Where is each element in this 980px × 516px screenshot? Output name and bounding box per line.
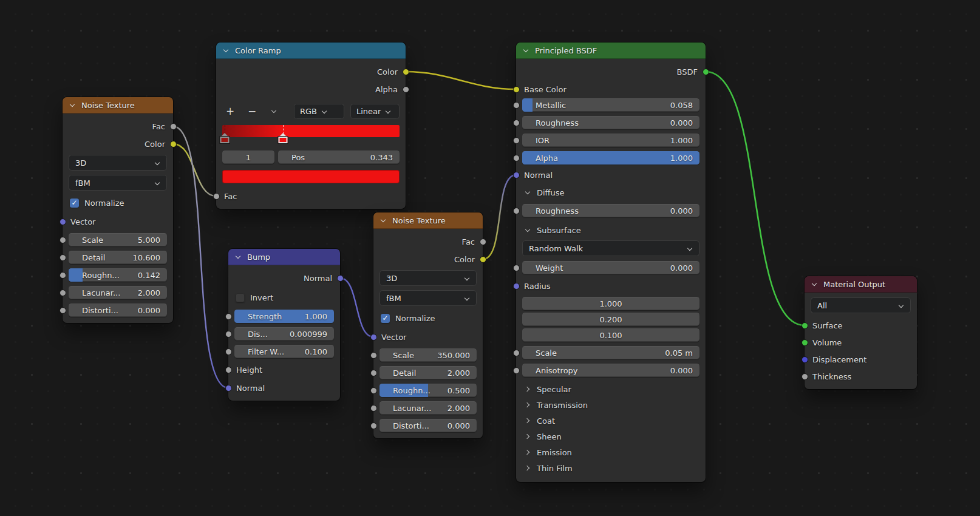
radius-x-field[interactable]: 1.000 — [522, 297, 699, 310]
collapse-chevron-icon[interactable] — [223, 48, 229, 53]
socket-alpha-output[interactable] — [403, 86, 409, 93]
dimensions-dropdown[interactable]: 3D — [69, 155, 167, 171]
collapse-chevron-icon[interactable] — [381, 218, 386, 223]
alpha-slider[interactable]: Alpha 1.000 — [522, 151, 699, 165]
subsurface-weight-slider[interactable]: Weight 0.000 — [522, 261, 699, 274]
socket-surface-input[interactable] — [801, 322, 808, 329]
socket-ior-input[interactable] — [513, 137, 520, 144]
node-editor-canvas[interactable]: Noise Texture Fac Color 3D fBM ✓ Normali… — [0, 0, 980, 516]
gradient-stop-handle-1-selected[interactable] — [278, 133, 288, 143]
interpolation-dropdown[interactable]: Linear — [350, 104, 400, 119]
roughness-slider[interactable]: Roughn... 0.142 — [69, 268, 167, 282]
checkbox-checked[interactable]: ✓ — [381, 314, 390, 323]
node-header[interactable]: Color Ramp — [216, 42, 406, 59]
metallic-slider[interactable]: Metallic 0.058 — [522, 98, 699, 112]
stop-position-field[interactable]: Pos 0.343 — [278, 151, 400, 164]
colorramp-gradient[interactable] — [222, 125, 400, 144]
socket-strength-input[interactable] — [225, 313, 232, 320]
socket-diffuse-roughness-input[interactable] — [513, 208, 520, 214]
radius-z-field[interactable]: 0.100 — [522, 328, 699, 342]
node-bump[interactable]: Bump Normal Invert Strength 1.000 Dis...… — [228, 249, 340, 401]
socket-roughness-input[interactable] — [60, 272, 66, 279]
add-stop-button[interactable]: + — [222, 104, 238, 118]
subsurface-scale-slider[interactable]: Scale 0.05 m — [522, 346, 699, 359]
node-header[interactable]: Principled BSDF — [516, 42, 706, 59]
checkbox-checked[interactable]: ✓ — [70, 199, 79, 208]
socket-roughness-input[interactable] — [370, 387, 377, 394]
node-principled-bsdf[interactable]: Principled BSDF BSDF Base Color Metallic… — [516, 42, 706, 482]
socket-lacunarity-input[interactable] — [370, 405, 377, 412]
diffuse-roughness-slider[interactable]: Roughness 0.000 — [522, 204, 699, 217]
gradient-stop-handle-0[interactable] — [220, 133, 230, 143]
distortion-slider[interactable]: Distorti... 0.000 — [379, 419, 477, 432]
socket-normal-output[interactable] — [337, 275, 344, 282]
socket-normal-input[interactable] — [513, 172, 520, 178]
noise-type-dropdown[interactable]: fBM — [69, 175, 167, 191]
socket-normal-input[interactable] — [225, 385, 232, 392]
node-noise-texture-1[interactable]: Noise Texture Fac Color 3D fBM ✓ Normali… — [63, 97, 173, 323]
socket-thickness-input[interactable] — [801, 373, 808, 380]
section-diffuse[interactable]: Diffuse — [516, 185, 706, 200]
ior-slider[interactable]: IOR 1.000 — [522, 134, 699, 147]
socket-distance-input[interactable] — [225, 331, 232, 338]
collapse-chevron-icon[interactable] — [236, 254, 241, 260]
socket-lacunarity-input[interactable] — [60, 290, 66, 296]
socket-detail-input[interactable] — [370, 370, 377, 376]
socket-radius-input[interactable] — [513, 283, 520, 290]
socket-filter-width-input[interactable] — [225, 348, 232, 355]
socket-subsurface-weight-input[interactable] — [513, 265, 520, 271]
scale-slider[interactable]: Scale 350.000 — [379, 348, 477, 362]
socket-fac-output[interactable] — [170, 123, 177, 130]
lacunarity-slider[interactable]: Lacunar... 2.000 — [379, 401, 477, 415]
node-noise-texture-2[interactable]: Noise Texture Fac Color 3D fBM ✓ Normali… — [373, 212, 483, 438]
node-color-ramp[interactable]: Color Ramp Color Alpha + − RGB Linear — [216, 42, 406, 209]
socket-vector-input[interactable] — [60, 219, 66, 225]
node-header[interactable]: Noise Texture — [373, 212, 483, 229]
wire-bump-normal-to-noise2-vector[interactable] — [340, 278, 373, 337]
section-specular[interactable]: Specular — [516, 381, 706, 397]
socket-color-output[interactable] — [403, 69, 409, 75]
node-header[interactable]: Noise Texture — [63, 97, 173, 114]
distance-slider[interactable]: Dis... 0.000999 — [234, 327, 334, 341]
socket-scale-input[interactable] — [60, 237, 66, 243]
collapse-chevron-icon[interactable] — [523, 48, 529, 53]
scale-slider[interactable]: Scale 5.000 — [69, 233, 167, 246]
distortion-slider[interactable]: Distorti... 0.000 — [69, 304, 167, 317]
remove-stop-button[interactable]: − — [244, 104, 260, 118]
socket-volume-input[interactable] — [801, 339, 808, 346]
target-dropdown[interactable]: All — [811, 297, 911, 313]
section-thin-film[interactable]: Thin Film — [516, 460, 706, 476]
node-material-output[interactable]: Material Output All Surface Volume Displ… — [805, 276, 917, 389]
roughness-slider[interactable]: Roughn... 0.500 — [379, 384, 477, 397]
socket-height-input[interactable] — [225, 367, 232, 373]
node-header[interactable]: Material Output — [805, 276, 917, 293]
socket-detail-input[interactable] — [60, 254, 66, 261]
noise-type-dropdown[interactable]: fBM — [379, 290, 477, 306]
checkbox-unchecked[interactable] — [236, 293, 245, 302]
node-header[interactable]: Bump — [228, 249, 340, 265]
socket-color-output[interactable] — [170, 141, 177, 148]
wire-noise1-color-to-colorramp-fac[interactable] — [173, 144, 216, 196]
socket-alpha-input[interactable] — [513, 155, 520, 161]
wire-noise2-color-to-bsdf-normal[interactable] — [483, 175, 516, 259]
socket-distortion-input[interactable] — [60, 307, 66, 314]
wire-bsdf-to-output-surface[interactable] — [706, 72, 805, 325]
gradient-bar[interactable] — [222, 125, 400, 137]
wire-colorramp-color-to-bsdf-basecolor[interactable] — [406, 72, 516, 89]
socket-vector-input[interactable] — [370, 334, 377, 341]
section-sheen[interactable]: Sheen — [516, 429, 706, 444]
stop-color-swatch[interactable] — [222, 170, 400, 183]
specials-menu-button[interactable] — [266, 104, 282, 118]
section-coat[interactable]: Coat — [516, 413, 706, 429]
strength-slider[interactable]: Strength 1.000 — [234, 310, 334, 323]
subsurface-method-dropdown[interactable]: Random Walk — [522, 240, 699, 256]
socket-base-color-input[interactable] — [513, 86, 520, 93]
collapse-chevron-icon[interactable] — [70, 103, 75, 108]
socket-distortion-input[interactable] — [370, 423, 377, 429]
color-mode-dropdown[interactable]: RGB — [294, 104, 344, 119]
socket-roughness-input[interactable] — [513, 120, 520, 126]
detail-slider[interactable]: Detail 2.000 — [379, 366, 477, 379]
detail-slider[interactable]: Detail 10.600 — [69, 251, 167, 264]
section-transmission[interactable]: Transmission — [516, 397, 706, 413]
radius-y-field[interactable]: 0.200 — [522, 313, 699, 326]
